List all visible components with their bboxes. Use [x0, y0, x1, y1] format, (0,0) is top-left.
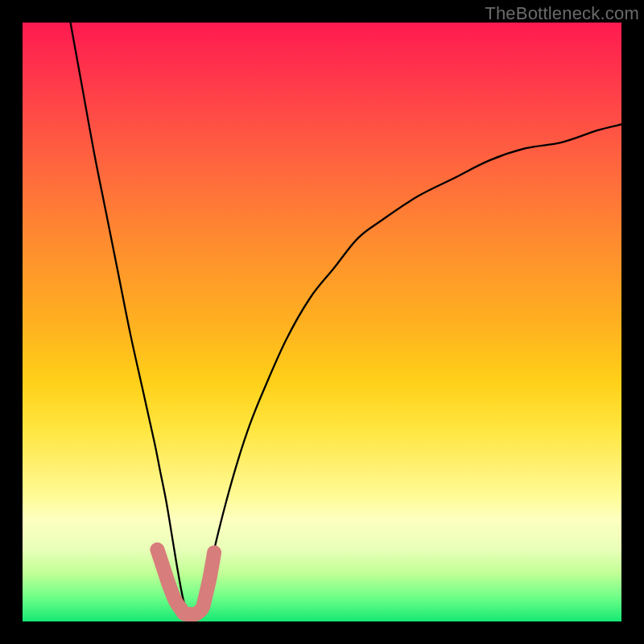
optimal-zone-marker — [157, 550, 214, 614]
bottleneck-chart — [23, 23, 621, 621]
bottleneck-curve-line — [71, 23, 621, 617]
chart-frame — [23, 23, 621, 621]
watermark-text: TheBottleneck.com — [485, 3, 639, 24]
